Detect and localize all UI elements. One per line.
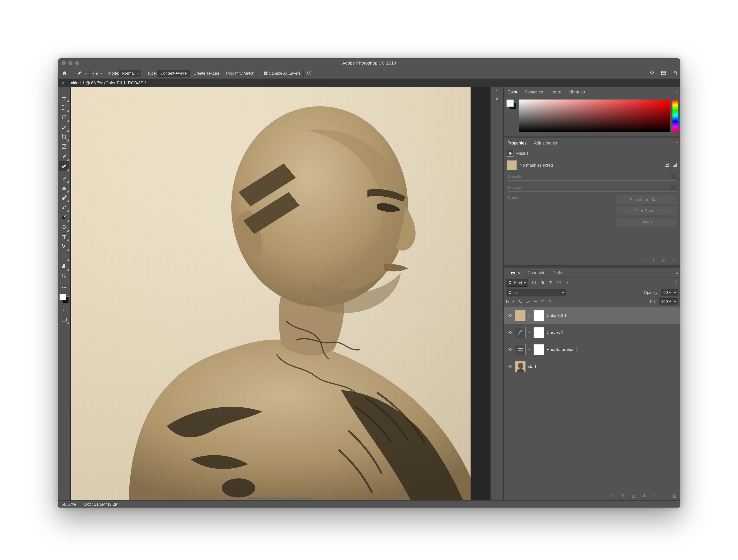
blend-mode-select[interactable]: Color <box>506 289 566 297</box>
type-create-texture[interactable]: Create Texture <box>190 70 223 77</box>
vector-mask-icon[interactable] <box>673 162 677 168</box>
layer-fill-thumbnail[interactable] <box>515 310 525 321</box>
edit-toolbar[interactable] <box>59 283 69 293</box>
layer-style-icon[interactable]: fx <box>621 493 626 498</box>
layer-visibility-toggle[interactable] <box>506 364 512 369</box>
lock-position-icon[interactable] <box>533 300 537 304</box>
dodge-tool[interactable] <box>59 212 69 222</box>
quick-mask-tool[interactable] <box>59 305 69 315</box>
hue-sat-adjustment-thumbnail[interactable] <box>515 344 525 355</box>
tab-swatches[interactable]: Swatches <box>521 87 547 97</box>
tab-channels[interactable]: Channels <box>524 268 549 277</box>
home-button[interactable] <box>61 70 68 77</box>
brush-tool[interactable] <box>59 122 69 132</box>
color-range-button[interactable]: Color Range... <box>617 206 677 215</box>
eraser-tool[interactable] <box>59 193 69 202</box>
hue-strip[interactable] <box>673 99 678 132</box>
panel-menu-icon[interactable]: ≡ <box>673 270 680 275</box>
layer-name[interactable]: start <box>528 364 678 369</box>
mask-link-icon[interactable]: ⚯ <box>528 348 531 352</box>
filter-shape-icon[interactable] <box>557 281 562 286</box>
zoom-tool[interactable] <box>59 271 69 281</box>
frame-tool[interactable] <box>59 142 69 151</box>
arrange-documents-icon[interactable] <box>661 70 666 77</box>
filter-pixel-icon[interactable] <box>531 281 537 286</box>
feather-slider[interactable] <box>508 191 676 191</box>
layer-row[interactable]: start <box>504 358 680 375</box>
select-and-mask-button[interactable]: Select and Mask... <box>617 195 677 204</box>
zoom-level[interactable]: 66.67% <box>62 502 76 507</box>
layer-name[interactable]: Color Fill 1 <box>546 313 678 318</box>
toggle-visibility-icon[interactable] <box>661 258 667 263</box>
traffic-close[interactable] <box>62 61 66 65</box>
document-tab[interactable]: × Untitled-1 @ 66.7% (Color Fill 1, RGB/… <box>58 79 150 87</box>
tab-color[interactable]: Color <box>504 87 521 97</box>
layer-mask-thumbnail[interactable] <box>533 344 544 355</box>
paint-brush-tool[interactable] <box>59 173 69 183</box>
lock-pixels-icon[interactable] <box>525 300 530 304</box>
filter-adjustment-icon[interactable] <box>540 281 545 286</box>
lasso-tool[interactable] <box>59 112 69 122</box>
path-selection-tool[interactable] <box>59 242 69 251</box>
pen-tool[interactable] <box>59 222 69 232</box>
pressure-icon[interactable] <box>306 70 312 77</box>
foreground-color-swatch[interactable] <box>59 294 66 300</box>
density-slider[interactable] <box>508 180 676 181</box>
close-tab-icon[interactable]: × <box>62 81 64 85</box>
expand-dock-icon[interactable]: « <box>496 89 498 92</box>
layer-name[interactable]: Curves 1 <box>546 330 678 335</box>
traffic-zoom[interactable] <box>75 61 79 65</box>
new-adjustment-layer-icon[interactable] <box>641 493 646 498</box>
add-mask-icon[interactable] <box>631 493 636 498</box>
load-selection-icon[interactable] <box>641 258 646 263</box>
mask-link-icon[interactable]: ⚯ <box>528 314 531 318</box>
lock-all-icon[interactable] <box>548 300 552 304</box>
fill-input[interactable]: 100% <box>659 298 678 305</box>
image-layer-thumbnail[interactable] <box>515 361 525 372</box>
delete-mask-icon[interactable] <box>672 258 677 263</box>
tab-layers[interactable]: Layers <box>504 268 524 277</box>
color-swatches[interactable] <box>59 294 69 303</box>
opacity-input[interactable]: 60% <box>661 289 678 296</box>
move-tool[interactable] <box>59 93 69 102</box>
brush-preset-picker[interactable]: 9 <box>92 70 102 76</box>
status-flyout-icon[interactable]: 〉 <box>127 502 131 507</box>
pixel-mask-icon[interactable] <box>665 162 669 168</box>
share-icon[interactable] <box>672 70 678 77</box>
lock-transparency-icon[interactable] <box>518 300 522 304</box>
search-icon[interactable] <box>650 70 655 77</box>
layer-name[interactable]: Hue/Saturation 1 <box>546 347 678 352</box>
layer-mask-thumbnail[interactable] <box>533 327 544 338</box>
tab-libraries[interactable]: Libraries <box>565 87 589 97</box>
tab-learn[interactable]: Learn <box>547 87 565 97</box>
document-canvas[interactable] <box>71 87 470 500</box>
spot-healing-brush-tool[interactable] <box>59 161 69 171</box>
tab-properties[interactable]: Properties <box>504 138 530 148</box>
eyedropper-tool[interactable] <box>59 151 69 161</box>
collapse-tools-icon[interactable]: » <box>58 89 71 93</box>
layer-visibility-toggle[interactable] <box>506 330 512 335</box>
tab-paths[interactable]: Paths <box>549 268 567 277</box>
color-field[interactable] <box>519 99 670 132</box>
layer-row[interactable]: ⚯ Color Fill 1 <box>504 307 680 324</box>
filter-smart-icon[interactable] <box>565 281 570 286</box>
curves-adjustment-thumbnail[interactable] <box>515 327 525 338</box>
marquee-tool[interactable] <box>59 102 69 112</box>
layer-visibility-toggle[interactable] <box>506 347 512 352</box>
new-group-icon[interactable] <box>652 493 657 498</box>
mode-select[interactable]: Normal <box>119 70 141 77</box>
layer-mask-thumbnail[interactable] <box>533 310 544 321</box>
horizontal-scrollbar[interactable] <box>248 498 313 499</box>
panel-menu-icon[interactable]: ≡ <box>673 141 680 146</box>
mask-link-icon[interactable]: ⚯ <box>528 331 531 335</box>
tab-adjustments[interactable]: Adjustments <box>530 138 561 148</box>
filter-type-icon[interactable] <box>548 281 554 286</box>
brushes-panel-icon[interactable] <box>493 94 501 103</box>
screen-mode-tool[interactable] <box>59 315 69 325</box>
layer-visibility-toggle[interactable] <box>506 313 512 318</box>
fg-swatch[interactable] <box>506 99 514 107</box>
type-proximity-match[interactable]: Proximity Match <box>223 70 258 77</box>
rectangle-tool[interactable] <box>59 251 69 261</box>
clone-stamp-tool[interactable] <box>59 183 69 193</box>
hand-tool[interactable] <box>59 261 69 271</box>
